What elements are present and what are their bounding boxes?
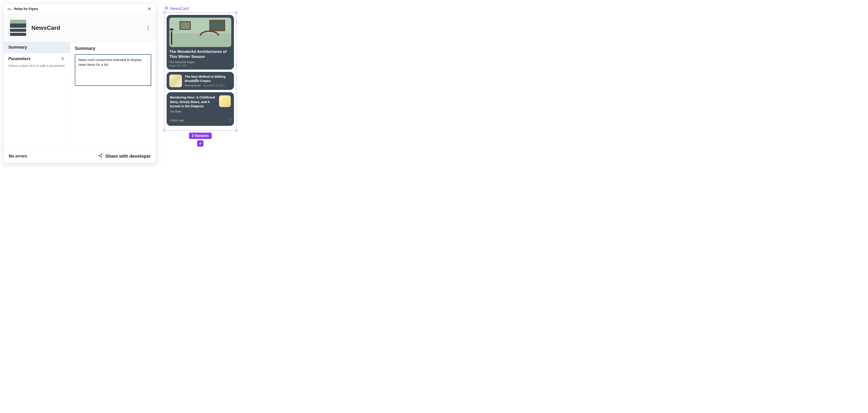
component-bar: NewsCard bbox=[4, 14, 156, 42]
compact-body: The New Method to Making Breakfast Crepe… bbox=[185, 74, 231, 87]
add-parameter-button[interactable] bbox=[60, 56, 66, 62]
card-date: November 10, 2021 bbox=[203, 84, 225, 87]
extended-thumbnail bbox=[219, 95, 231, 107]
hero-image bbox=[169, 18, 231, 47]
card-title: The Wonderful Architectures of This Wint… bbox=[169, 49, 231, 59]
svg-rect-8 bbox=[180, 22, 190, 29]
parameters-header: Parameters bbox=[4, 53, 70, 63]
compact-thumbnail bbox=[169, 74, 182, 87]
plugin-header: Relay for Figma bbox=[4, 4, 156, 14]
status-text: No errors bbox=[9, 154, 27, 159]
svg-point-12 bbox=[230, 118, 230, 119]
component-frame[interactable]: The Wonderful Architectures of This Wint… bbox=[164, 12, 237, 131]
card-source: The Seasonal Sagas bbox=[169, 61, 231, 64]
card-meta: Morning Break November 10, 2021 bbox=[185, 84, 231, 87]
parameters-hint: Select a layer first to add a parameter bbox=[4, 63, 70, 71]
svg-point-0 bbox=[148, 26, 149, 27]
plugin-panel: Relay for Figma NewsCard Summary Paramet… bbox=[4, 4, 156, 163]
news-card-hero[interactable]: The Wonderful Architectures of This Wint… bbox=[166, 15, 234, 70]
card-time: 4 hours ago bbox=[170, 119, 184, 122]
sidebar: Summary Parameters Select a layer first … bbox=[4, 42, 70, 149]
component-frame-name: NewsCard bbox=[170, 6, 189, 11]
plugin-logo-icon bbox=[7, 6, 12, 11]
variants-badge: 3 Variants bbox=[189, 133, 212, 139]
share-button[interactable]: Share with developer bbox=[98, 153, 151, 159]
resize-handle-tr[interactable] bbox=[235, 11, 237, 13]
main-pane: Summary bbox=[70, 42, 156, 149]
canvas-area: NewsCard The Wonderful Arch bbox=[164, 6, 237, 131]
component-name: NewsCard bbox=[31, 24, 141, 31]
svg-point-13 bbox=[230, 120, 230, 120]
news-card-extended[interactable]: Wondering Hour: A Childhood Story, Grizz… bbox=[166, 92, 234, 126]
component-frame-label[interactable]: NewsCard bbox=[164, 6, 237, 11]
variant-marker bbox=[199, 46, 201, 47]
svg-rect-9 bbox=[209, 20, 225, 31]
resize-handle-tl[interactable] bbox=[163, 11, 165, 13]
svg-point-14 bbox=[230, 121, 230, 122]
news-card-compact[interactable]: The New Method to Making Breakfast Crepe… bbox=[166, 72, 234, 90]
resize-handle-br[interactable] bbox=[235, 129, 237, 131]
component-icon bbox=[164, 6, 168, 11]
summary-input[interactable] bbox=[75, 54, 151, 86]
resize-handle-bl[interactable] bbox=[163, 129, 165, 131]
card-date: August 25, 2021 bbox=[169, 64, 231, 67]
panel-footer: No errors Share with developer bbox=[4, 149, 156, 163]
svg-point-1 bbox=[148, 27, 149, 28]
svg-rect-11 bbox=[171, 31, 172, 45]
card-source: Morning Break bbox=[185, 84, 201, 87]
svg-point-3 bbox=[99, 155, 100, 156]
component-thumbnail bbox=[8, 18, 28, 37]
svg-point-5 bbox=[101, 157, 102, 157]
svg-point-2 bbox=[148, 29, 149, 30]
plugin-brand: Relay for Figma bbox=[7, 6, 38, 11]
svg-point-4 bbox=[101, 154, 102, 155]
component-more-button[interactable] bbox=[145, 25, 151, 31]
share-label: Share with developer bbox=[105, 154, 151, 159]
main-title: Summary bbox=[75, 46, 151, 51]
plugin-name: Relay for Figma bbox=[14, 7, 38, 11]
add-variant-button[interactable] bbox=[197, 140, 204, 147]
tab-summary[interactable]: Summary bbox=[4, 42, 70, 53]
card-more-button[interactable] bbox=[230, 118, 231, 123]
card-title: The New Method to Making Breakfast Crepe… bbox=[185, 74, 231, 83]
share-icon bbox=[98, 153, 103, 159]
parameters-title: Parameters bbox=[8, 57, 31, 61]
close-button[interactable] bbox=[147, 6, 152, 11]
card-source: The Bees bbox=[170, 110, 231, 113]
card-title: Wondering Hour: A Childhood Story, Grizz… bbox=[170, 95, 216, 109]
panel-body: Summary Parameters Select a layer first … bbox=[4, 42, 156, 149]
